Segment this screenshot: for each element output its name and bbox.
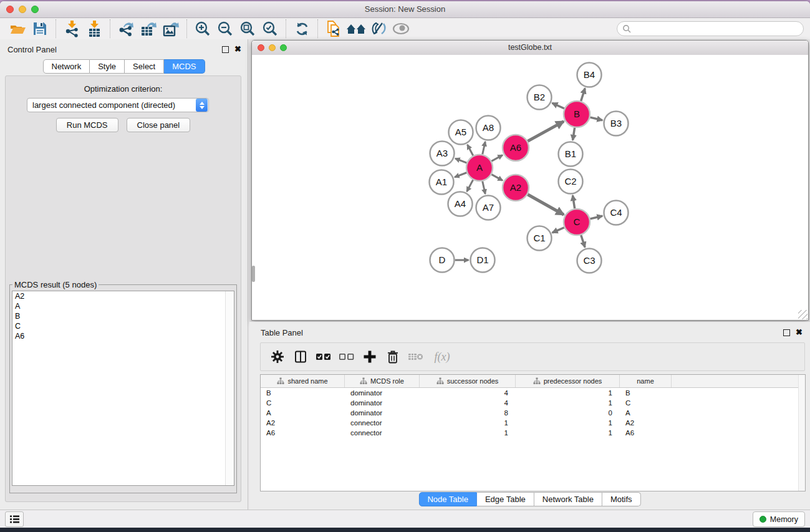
graph-edge-B-B3[interactable] — [590, 117, 602, 120]
clone-network-icon[interactable] — [322, 19, 345, 38]
graph-edge-B-B1[interactable] — [572, 128, 574, 140]
mcds-result-list[interactable]: A2ABCA6 — [12, 291, 234, 486]
import-network-icon[interactable] — [60, 19, 83, 38]
destroy-table-icon[interactable] — [404, 347, 427, 367]
graph-node-C1[interactable]: C1 — [528, 226, 552, 251]
deselect-all-icon[interactable] — [335, 347, 358, 367]
column-header-successor-nodes[interactable]: successor nodes — [420, 375, 516, 387]
graph-edge-A-A2[interactable] — [491, 175, 503, 181]
mcds-result-item[interactable]: A — [12, 301, 234, 311]
graph-node-C[interactable]: C — [564, 209, 590, 235]
delete-icon[interactable] — [381, 347, 404, 367]
minimize-window-button[interactable] — [19, 6, 26, 13]
close-panel-button[interactable]: Close panel — [127, 118, 191, 132]
table-close-panel-icon[interactable]: ✖ — [796, 329, 803, 336]
graph-node-B3[interactable]: B3 — [604, 112, 629, 136]
close-panel-icon[interactable]: ✖ — [234, 46, 241, 53]
function-builder-icon[interactable]: f(x) — [427, 347, 457, 367]
graph-node-A5[interactable]: A5 — [449, 120, 473, 145]
graph-node-D1[interactable]: D1 — [471, 248, 495, 273]
graph-node-A8[interactable]: A8 — [476, 116, 501, 140]
select-all-icon[interactable] — [312, 347, 335, 367]
tab-select[interactable]: Select — [125, 59, 164, 74]
graph-edge-C-C3[interactable] — [581, 235, 585, 248]
graph-node-A6[interactable]: A6 — [503, 135, 529, 161]
graph-edge-C-C1[interactable] — [552, 228, 564, 233]
graph-edge-A-A3[interactable] — [455, 158, 466, 163]
graph-node-C2[interactable]: C2 — [559, 170, 583, 194]
graph-edge-A2-C[interactable] — [528, 195, 564, 215]
graph-edge-A6-B[interactable] — [528, 122, 564, 142]
open-session-icon[interactable] — [6, 19, 29, 38]
graph-node-B[interactable]: B — [564, 101, 590, 127]
network-minimize-button[interactable] — [269, 44, 276, 51]
zoom-out-icon[interactable] — [214, 19, 236, 38]
tab-style[interactable]: Style — [90, 59, 125, 74]
network-canvas[interactable]: AA1A2A3A4A5A6A7A8BB1B2B3B4CC1C2C3C4DD1 — [252, 55, 808, 320]
graph-node-A3[interactable]: A3 — [430, 142, 455, 166]
table-row[interactable]: Bdominator41B — [261, 388, 805, 398]
import-table-icon[interactable] — [83, 19, 105, 38]
table-settings-icon[interactable] — [266, 347, 289, 367]
table-tab-network-table[interactable]: Network Table — [534, 492, 602, 506]
close-window-button[interactable] — [6, 6, 14, 13]
task-history-button[interactable] — [5, 511, 24, 527]
graph-node-A4[interactable]: A4 — [448, 192, 473, 216]
run-mcds-button[interactable]: Run MCDS — [56, 118, 118, 132]
column-header-shared-name[interactable]: shared name — [261, 375, 345, 387]
column-header-mcds-role[interactable]: MCDS role — [345, 375, 420, 387]
network-window-titlebar[interactable]: testGlobe.txt — [252, 41, 808, 56]
graph-node-A[interactable]: A — [466, 155, 493, 181]
add-row-icon[interactable] — [358, 347, 381, 367]
graph-edge-A-A7[interactable] — [483, 181, 485, 194]
export-image-icon[interactable] — [160, 19, 182, 38]
zoom-window-button[interactable] — [31, 6, 39, 13]
graph-edge-A-A4[interactable] — [467, 180, 473, 191]
graph-edge-A-A6[interactable] — [491, 155, 503, 162]
table-row[interactable]: A6connector11A6 — [261, 428, 805, 438]
graph-node-A2[interactable]: A2 — [503, 175, 529, 201]
tab-network[interactable]: Network — [42, 59, 90, 74]
tab-mcds[interactable]: MCDS — [164, 59, 205, 74]
graph-node-D[interactable]: D — [430, 248, 455, 273]
table-scrollbar[interactable] — [798, 375, 805, 491]
graph-node-A1[interactable]: A1 — [430, 170, 454, 195]
zoom-in-icon[interactable] — [191, 19, 214, 38]
table-float-panel-icon[interactable] — [783, 329, 790, 336]
table-row[interactable]: Adominator80A — [261, 408, 805, 418]
table-tab-edge-table[interactable]: Edge Table — [477, 492, 534, 506]
graphics-details-icon[interactable] — [367, 19, 390, 38]
home-icon[interactable] — [345, 19, 367, 38]
save-session-icon[interactable] — [29, 19, 51, 38]
column-header-predecessor-nodes[interactable]: predecessor nodes — [516, 375, 620, 387]
table-split-view-icon[interactable] — [289, 347, 312, 367]
zoom-selected-icon[interactable] — [259, 19, 281, 38]
graph-edge-A-A8[interactable] — [483, 142, 485, 155]
network-zoom-button[interactable] — [280, 44, 287, 51]
graph-node-B1[interactable]: B1 — [559, 142, 583, 167]
export-network-icon[interactable] — [115, 19, 137, 38]
mcds-result-item[interactable]: B — [12, 311, 234, 321]
graph-node-B2[interactable]: B2 — [528, 85, 552, 110]
eye-icon[interactable] — [390, 19, 412, 38]
graph-edge-A-A5[interactable] — [467, 145, 473, 156]
window-resize-grip[interactable] — [798, 310, 808, 319]
graph-edge-B-B4[interactable] — [581, 88, 586, 101]
canvas-vertical-scrollbar[interactable] — [252, 266, 255, 282]
criterion-select[interactable]: largest connected component (directed) — [27, 98, 209, 112]
mcds-result-item[interactable]: C — [12, 321, 234, 331]
graph-node-C4[interactable]: C4 — [604, 201, 629, 225]
network-close-button[interactable] — [258, 44, 264, 51]
search-input[interactable] — [631, 24, 798, 34]
mcds-result-item[interactable]: A6 — [12, 331, 234, 341]
refresh-icon[interactable] — [291, 19, 313, 38]
graph-edge-C-C4[interactable] — [590, 216, 602, 219]
export-table-icon[interactable] — [137, 19, 160, 38]
table-tab-node-table[interactable]: Node Table — [418, 492, 477, 506]
graph-edge-A-A1[interactable] — [455, 173, 466, 177]
float-panel-icon[interactable] — [222, 46, 229, 53]
mcds-result-item[interactable]: A2 — [12, 291, 234, 301]
column-header-name[interactable]: name — [620, 375, 672, 387]
graph-edge-B-B2[interactable] — [552, 103, 564, 109]
graph-edge-C-C2[interactable] — [572, 195, 574, 208]
